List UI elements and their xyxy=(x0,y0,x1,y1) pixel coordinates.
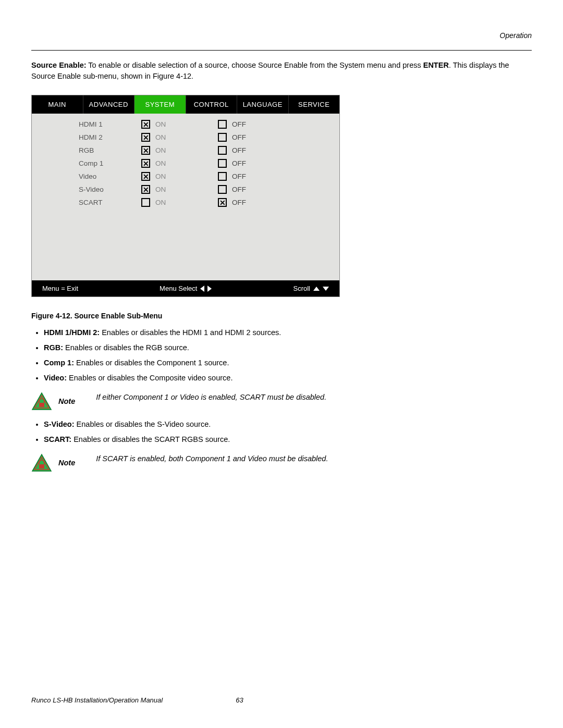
warning-icon xyxy=(31,392,52,411)
bullet-list-1: HDMI 1/HDMI 2: Enables or disables the H… xyxy=(31,327,532,384)
note-1: Note If either Component 1 or Video is e… xyxy=(31,392,532,411)
note-label: Note xyxy=(58,459,75,467)
osd-source-row: SCARTON✕OFF xyxy=(32,196,339,209)
osd-source-name: HDMI 2 xyxy=(79,133,141,141)
on-label: ON xyxy=(155,199,218,206)
list-item-text: Enables or disables the S-Video source. xyxy=(75,420,211,428)
triangle-down-icon xyxy=(323,287,329,291)
osd-source-row: Comp 1✕ONOFF xyxy=(32,157,339,170)
list-item-text: Enables or disables the SCART RGBS sourc… xyxy=(71,435,230,443)
checkbox-on[interactable]: ✕ xyxy=(141,159,150,168)
list-item: RGB: Enables or disables the RGB source. xyxy=(44,342,532,353)
list-item-label: SCART: xyxy=(44,435,71,443)
off-label: OFF xyxy=(232,133,295,141)
list-item-text: Enables or disables the Composite video … xyxy=(67,374,232,382)
intro-text-1: To enable or disable selection of a sour… xyxy=(87,61,423,69)
list-item-label: S-Video: xyxy=(44,420,75,428)
intro-label: Source Enable: xyxy=(31,61,87,69)
osd-source-name: HDMI 1 xyxy=(79,120,141,128)
checkbox-off[interactable] xyxy=(218,172,227,181)
checkbox-on[interactable]: ✕ xyxy=(141,185,150,194)
osd-body: HDMI 1✕ONOFFHDMI 2✕ONOFFRGB✕ONOFFComp 1✕… xyxy=(32,114,339,280)
off-label: OFF xyxy=(232,159,295,167)
footer-title: Runco LS-HB Installation/Operation Manua… xyxy=(31,696,163,704)
on-label: ON xyxy=(155,146,218,154)
checkbox-on[interactable]: ✕ xyxy=(141,133,150,142)
note-2: Note If SCART is enabled, both Component… xyxy=(31,453,532,472)
checkbox-off[interactable] xyxy=(218,133,227,142)
osd-footer-menu-exit: Menu = Exit xyxy=(42,285,78,292)
list-item-text: Enables or disables the RGB source. xyxy=(63,343,189,352)
osd-source-row: HDMI 2✕ONOFF xyxy=(32,131,339,144)
triangle-right-icon xyxy=(207,286,212,292)
osd-footer: Menu = Exit Menu Select Scroll xyxy=(32,280,339,297)
footer-page-number: 63 xyxy=(236,696,243,704)
osd-footer-menu-select-label: Menu Select xyxy=(160,285,197,292)
osd-tab-bar: MAINADVANCEDSYSTEMCONTROLLANGUAGESERVICE xyxy=(32,95,339,114)
osd-footer-scroll: Scroll xyxy=(293,285,329,292)
list-item-text: Enables or disables the HDMI 1 and HDMI … xyxy=(100,328,281,337)
osd-source-row: RGB✕ONOFF xyxy=(32,144,339,157)
off-label: OFF xyxy=(232,186,295,193)
list-item: SCART: Enables or disables the SCART RGB… xyxy=(44,434,532,445)
list-item-label: HDMI 1/HDMI 2: xyxy=(44,328,100,337)
on-label: ON xyxy=(155,159,218,167)
note-text: If either Component 1 or Video is enable… xyxy=(96,392,532,402)
osd-source-row: HDMI 1✕ONOFF xyxy=(32,118,339,131)
checkbox-off[interactable] xyxy=(218,159,227,168)
off-label: OFF xyxy=(232,146,295,154)
osd-source-name: SCART xyxy=(79,199,141,206)
osd-source-row: Video✕ONOFF xyxy=(32,170,339,183)
osd-source-row: S-Video✕ONOFF xyxy=(32,183,339,196)
checkbox-on[interactable] xyxy=(141,198,150,207)
on-label: ON xyxy=(155,186,218,193)
osd-tab[interactable]: CONTROL xyxy=(186,95,238,114)
list-item-label: Comp 1: xyxy=(44,359,74,367)
figure-caption: Figure 4-12. Source Enable Sub-Menu xyxy=(31,312,532,320)
osd-tab[interactable]: SYSTEM xyxy=(134,95,186,114)
list-item-label: RGB: xyxy=(44,343,63,352)
checkbox-on[interactable]: ✕ xyxy=(141,146,150,155)
osd-tab[interactable]: ADVANCED xyxy=(83,95,135,114)
list-item: S-Video: Enables or disables the S-Video… xyxy=(44,419,532,430)
list-item: Comp 1: Enables or disables the Componen… xyxy=(44,357,532,368)
on-label: ON xyxy=(155,133,218,141)
bullet-list-2: S-Video: Enables or disables the S-Video… xyxy=(31,419,532,445)
checkbox-off[interactable]: ✕ xyxy=(218,198,227,207)
warning-icon xyxy=(31,453,52,472)
intro-enter: ENTER xyxy=(423,61,449,69)
intro-paragraph: Source Enable: To enable or disable sele… xyxy=(31,60,532,82)
off-label: OFF xyxy=(232,172,295,180)
svg-rect-5 xyxy=(39,464,44,468)
checkbox-on[interactable]: ✕ xyxy=(141,172,150,181)
section-header: Operation xyxy=(31,31,532,40)
osd-tab[interactable]: SERVICE xyxy=(289,95,340,114)
triangle-left-icon xyxy=(200,286,204,292)
osd-footer-scroll-label: Scroll xyxy=(293,285,310,292)
osd-tab[interactable]: LANGUAGE xyxy=(237,95,289,114)
osd-footer-menu-select: Menu Select xyxy=(160,285,212,292)
svg-rect-2 xyxy=(39,403,44,407)
note-label: Note xyxy=(58,397,75,405)
note-text: If SCART is enabled, both Component 1 an… xyxy=(96,453,532,464)
checkbox-on[interactable]: ✕ xyxy=(141,120,150,129)
on-label: ON xyxy=(155,172,218,180)
osd-source-name: S-Video xyxy=(79,186,141,193)
osd-menu: MAINADVANCEDSYSTEMCONTROLLANGUAGESERVICE… xyxy=(31,95,340,297)
divider xyxy=(31,50,532,51)
list-item: Video: Enables or disables the Composite… xyxy=(44,373,532,384)
checkbox-off[interactable] xyxy=(218,146,227,155)
page-footer: Runco LS-HB Installation/Operation Manua… xyxy=(31,696,532,704)
list-item: HDMI 1/HDMI 2: Enables or disables the H… xyxy=(44,327,532,338)
list-item-label: Video: xyxy=(44,374,67,382)
checkbox-off[interactable] xyxy=(218,185,227,194)
osd-source-name: Video xyxy=(79,172,141,180)
osd-source-name: RGB xyxy=(79,146,141,154)
osd-source-name: Comp 1 xyxy=(79,159,141,167)
triangle-up-icon xyxy=(313,287,320,291)
osd-tab[interactable]: MAIN xyxy=(32,95,83,114)
checkbox-off[interactable] xyxy=(218,120,227,129)
on-label: ON xyxy=(155,120,218,128)
off-label: OFF xyxy=(232,199,295,206)
list-item-text: Enables or disables the Component 1 sour… xyxy=(74,359,229,367)
